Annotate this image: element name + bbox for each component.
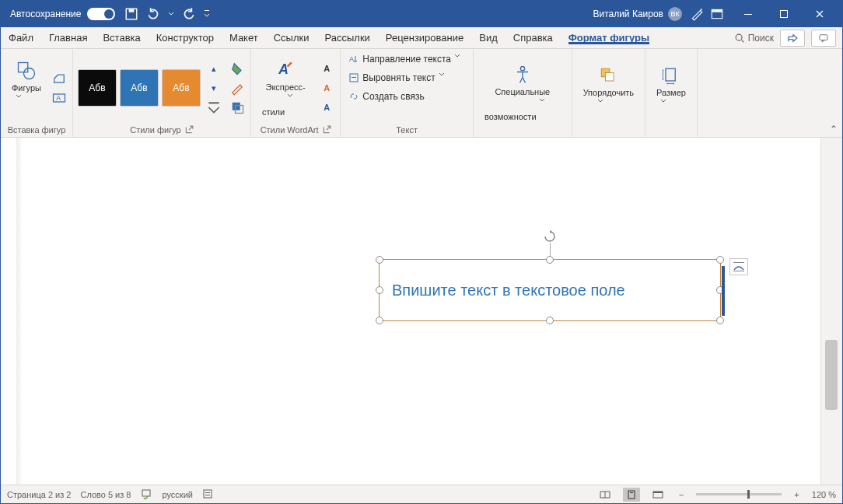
- save-icon[interactable]: [124, 7, 138, 21]
- style-scroll-down[interactable]: ▾: [205, 79, 222, 96]
- selected-text-box[interactable]: Впишите текст в текстовое поле: [379, 259, 721, 321]
- style-more[interactable]: [205, 99, 222, 116]
- comments-button[interactable]: [811, 30, 836, 47]
- language-indicator[interactable]: русский: [163, 490, 193, 499]
- resize-handle-tr[interactable]: [716, 256, 724, 264]
- tab-home[interactable]: Главная: [41, 27, 95, 48]
- maximize-button[interactable]: [766, 1, 802, 27]
- svg-rect-7: [781, 11, 788, 18]
- edit-shape-button[interactable]: [51, 70, 68, 87]
- svg-rect-0: [127, 9, 138, 19]
- minimize-button[interactable]: [730, 1, 766, 27]
- resize-handle-tm[interactable]: [546, 256, 554, 264]
- svg-rect-27: [142, 490, 150, 496]
- style-swatch-1[interactable]: Абв: [78, 69, 117, 107]
- resize-handle-bl[interactable]: [376, 317, 383, 324]
- macro-icon[interactable]: [202, 488, 213, 501]
- tab-view[interactable]: Вид: [471, 27, 505, 48]
- shapes-gallery-button[interactable]: Фигуры: [5, 58, 47, 117]
- arrange-button[interactable]: Упорядочить: [577, 63, 640, 122]
- align-text-button[interactable]: Выровнять текст: [345, 71, 452, 85]
- resize-handle-bm[interactable]: [546, 317, 554, 324]
- svg-point-8: [736, 34, 742, 40]
- svg-rect-6: [744, 14, 752, 15]
- svg-rect-1: [129, 9, 135, 12]
- undo-icon[interactable]: [146, 7, 160, 21]
- create-link-button[interactable]: Создать связь: [345, 89, 427, 103]
- text-effects-button[interactable]: A: [318, 99, 335, 116]
- svg-text:A: A: [278, 61, 289, 77]
- zoom-out-button[interactable]: −: [676, 490, 687, 499]
- word-count[interactable]: Слово 5 из 8: [80, 490, 131, 499]
- redo-icon[interactable]: [182, 7, 196, 21]
- text-box-button[interactable]: A: [51, 89, 68, 107]
- size-button[interactable]: Размер: [650, 63, 692, 122]
- tab-format[interactable]: Формат фигуры: [561, 27, 657, 48]
- qat-more-icon[interactable]: [204, 7, 210, 21]
- text-outline-button[interactable]: A: [318, 79, 335, 96]
- resize-handle-br[interactable]: [716, 317, 724, 324]
- accessibility-button[interactable]: Специальные возможности: [478, 62, 567, 123]
- text-box-content[interactable]: Впишите текст в текстовое поле: [392, 282, 625, 299]
- tab-refs[interactable]: Ссылки: [266, 27, 317, 48]
- svg-rect-22: [602, 68, 610, 77]
- shape-outline-button[interactable]: [229, 79, 246, 96]
- undo-dropdown-icon[interactable]: [168, 7, 174, 21]
- text-fill-button[interactable]: A: [318, 60, 335, 77]
- tab-insert[interactable]: Вставка: [95, 27, 148, 48]
- style-scroll-up[interactable]: ▴: [205, 60, 222, 77]
- vertical-scrollbar[interactable]: [825, 340, 838, 410]
- svg-rect-34: [653, 492, 663, 493]
- shape-effects-button[interactable]: [229, 99, 246, 116]
- svg-text:A: A: [56, 93, 61, 101]
- resize-handle-tl[interactable]: [376, 256, 383, 264]
- close-button[interactable]: [802, 1, 838, 27]
- share-button[interactable]: [780, 30, 805, 47]
- wordart-dialog-launcher-icon[interactable]: [322, 125, 331, 135]
- avatar: ВК: [668, 7, 682, 21]
- svg-point-11: [23, 68, 34, 79]
- svg-rect-23: [606, 73, 614, 82]
- print-layout-icon[interactable]: [623, 488, 640, 502]
- svg-rect-4: [712, 9, 722, 18]
- tab-help[interactable]: Справка: [505, 27, 561, 48]
- shape-fill-button[interactable]: [229, 60, 246, 77]
- search-button[interactable]: Поиск: [734, 33, 774, 44]
- svg-point-3: [701, 9, 702, 10]
- tab-file[interactable]: Файл: [1, 27, 41, 48]
- right-gutter: [820, 138, 842, 485]
- page-indicator[interactable]: Страница 2 из 2: [7, 490, 71, 499]
- group-insert-label: Вставка фигур: [5, 124, 68, 136]
- user-account[interactable]: Виталий Каиров ВК: [593, 7, 682, 21]
- tab-review[interactable]: Рецензирование: [378, 27, 471, 48]
- svg-rect-2: [205, 10, 209, 11]
- tab-construct[interactable]: Конструктор: [149, 27, 222, 48]
- style-swatch-3[interactable]: Абв: [162, 69, 201, 107]
- document-canvas[interactable]: Впишите текст в текстовое поле: [1, 138, 842, 485]
- zoom-in-button[interactable]: +: [791, 490, 802, 499]
- rotate-handle-icon[interactable]: [544, 230, 556, 243]
- svg-rect-9: [820, 34, 827, 40]
- tab-mail[interactable]: Рассылки: [317, 27, 377, 48]
- text-direction-button[interactable]: AНаправление текста: [345, 52, 468, 66]
- read-mode-icon[interactable]: [596, 488, 614, 502]
- ribbon-mode-icon[interactable]: [710, 7, 724, 21]
- svg-rect-12: [53, 94, 65, 102]
- svg-rect-16: [235, 106, 243, 114]
- zoom-slider[interactable]: [696, 493, 782, 495]
- style-swatch-2[interactable]: Абв: [120, 69, 159, 107]
- resize-handle-ml[interactable]: [376, 286, 383, 294]
- collapse-ribbon-icon[interactable]: ⌃: [830, 124, 838, 135]
- svg-rect-30: [205, 495, 210, 495]
- draw-mode-icon[interactable]: [690, 7, 704, 21]
- styles-dialog-launcher-icon[interactable]: [184, 125, 194, 135]
- zoom-level[interactable]: 120 %: [812, 490, 836, 499]
- express-styles-button[interactable]: A Экспресс- стили: [256, 58, 315, 118]
- autosave-toggle[interactable]: [87, 8, 115, 20]
- text-cursor: [722, 266, 725, 316]
- spellcheck-icon[interactable]: [141, 488, 153, 501]
- title-bar: Автосохранение Виталий Каиров ВК: [1, 1, 842, 27]
- web-layout-icon[interactable]: [649, 488, 666, 502]
- tab-layout[interactable]: Макет: [222, 27, 266, 48]
- layout-options-icon[interactable]: [729, 258, 748, 275]
